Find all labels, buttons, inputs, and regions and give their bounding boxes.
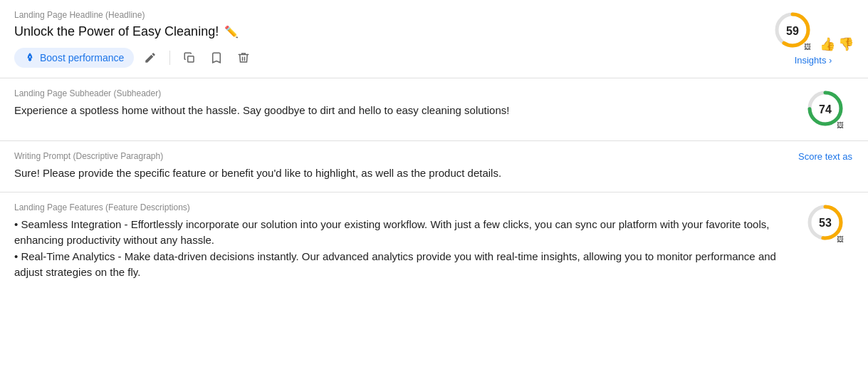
- headline-score-area: 59 🖼 👍 👎: [773, 10, 854, 52]
- trash-icon: [237, 51, 250, 64]
- features-text: • Seamless Integration - Effortlessly in…: [14, 217, 783, 281]
- svg-rect-1: [188, 56, 194, 62]
- toolbar-divider: [169, 51, 170, 65]
- subheader-text: Experience a spotless home without the h…: [14, 103, 783, 119]
- subheader-right-panel: 74 🖼: [797, 88, 854, 130]
- pen-icon: [144, 51, 157, 64]
- image-score-icon: 🖼: [804, 43, 811, 51]
- thumbs-down-button[interactable]: 👎: [838, 36, 854, 52]
- writing-prompt-right-panel: Score text as: [797, 151, 854, 162]
- headline-label: Landing Page Headline (Headline): [14, 10, 758, 20]
- headline-text-row: Unlock the Power of Easy Cleaning! ✏️: [14, 24, 758, 39]
- insights-link[interactable]: Insights ›: [795, 55, 832, 66]
- features-label: Landing Page Features (Feature Descripti…: [14, 202, 783, 212]
- main-container: Landing Page Headline (Headline) Unlock …: [0, 0, 868, 291]
- writing-prompt-label: Writing Prompt (Descriptive Paragraph): [14, 151, 783, 161]
- headline-text: Unlock the Power of Easy Cleaning!: [14, 24, 219, 39]
- bookmark-button[interactable]: [206, 48, 227, 67]
- writing-prompt-section: Writing Prompt (Descriptive Paragraph) S…: [0, 141, 868, 192]
- thumb-area: 👍 👎: [820, 36, 854, 52]
- features-score-number: 53: [819, 217, 832, 230]
- headline-toolbar: Boost performance: [14, 48, 758, 68]
- copy-icon: [183, 51, 196, 64]
- boost-button-label: Boost performance: [40, 52, 124, 63]
- writing-prompt-text: Sure! Please provide the specific featur…: [14, 165, 783, 182]
- subheader-content: Landing Page Subheader (Subheader) Exper…: [14, 88, 797, 119]
- score-text-link[interactable]: Score text as: [798, 151, 852, 162]
- copy-button[interactable]: [179, 48, 200, 67]
- features-right-panel: 53 🖼: [797, 202, 854, 245]
- features-content: Landing Page Features (Feature Descripti…: [14, 202, 797, 281]
- features-image-icon: 🖼: [837, 235, 844, 243]
- headline-score-circle: 59 🖼: [773, 10, 812, 52]
- delete-button[interactable]: [233, 48, 254, 67]
- headline-content: Landing Page Headline (Headline) Unlock …: [14, 10, 773, 68]
- thumbs-up-button[interactable]: 👍: [820, 36, 835, 52]
- headline-score-number: 59: [786, 25, 799, 38]
- rocket-icon: [24, 52, 36, 63]
- subheader-score-circle: 74 🖼: [805, 88, 845, 130]
- edit-icon[interactable]: ✏️: [224, 25, 239, 38]
- writing-prompt-content: Writing Prompt (Descriptive Paragraph) S…: [14, 151, 797, 182]
- boost-performance-button[interactable]: Boost performance: [14, 48, 134, 68]
- svg-point-0: [29, 56, 31, 58]
- headline-right-panel: 59 🖼 👍 👎 Insights ›: [773, 10, 854, 66]
- subheader-score-number: 74: [819, 103, 832, 116]
- headline-section: Landing Page Headline (Headline) Unlock …: [0, 0, 868, 78]
- bookmark-icon: [210, 51, 223, 64]
- subheader-label: Landing Page Subheader (Subheader): [14, 88, 783, 98]
- pen-tool-button[interactable]: [140, 48, 161, 67]
- features-score-circle: 53 🖼: [805, 202, 845, 245]
- features-section: Landing Page Features (Feature Descripti…: [0, 192, 868, 291]
- subheader-section: Landing Page Subheader (Subheader) Exper…: [0, 78, 868, 141]
- subheader-image-icon: 🖼: [837, 121, 844, 129]
